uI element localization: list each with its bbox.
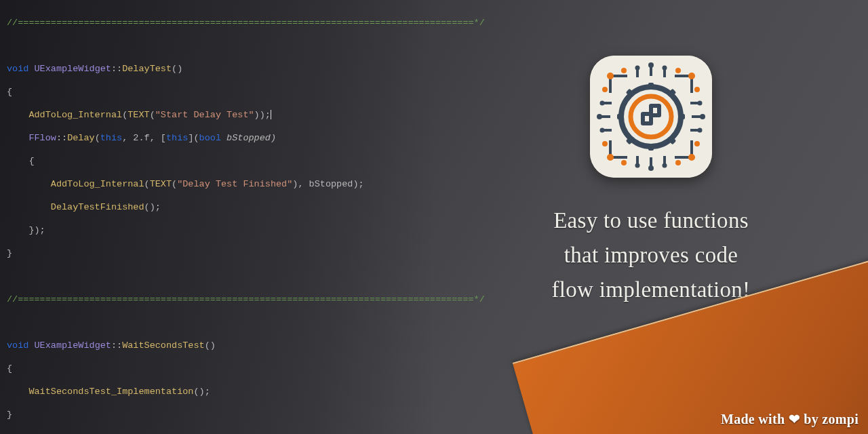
code-blank [7, 40, 427, 52]
credit-text: Made with ❤ by zompi [721, 411, 859, 427]
svg-point-8 [675, 160, 681, 165]
code-line: WaitSecondsTest_Implementation(); [7, 386, 427, 397]
svg-point-10 [694, 87, 700, 92]
svg-point-4 [688, 154, 695, 161]
svg-point-13 [648, 62, 654, 68]
code-line: void UExampleWidget::WaitSecondsTest() [7, 340, 427, 351]
logo-graphic [590, 56, 712, 178]
code-line: }); [7, 224, 427, 236]
svg-point-19 [597, 114, 602, 119]
code-line: } [7, 248, 427, 259]
tagline: Easy to use functions that improves code… [552, 203, 751, 307]
svg-point-9 [602, 87, 608, 92]
text-cursor [271, 110, 271, 119]
svg-point-1 [607, 73, 614, 79]
svg-rect-27 [648, 144, 654, 151]
svg-point-12 [694, 141, 700, 146]
svg-point-16 [648, 165, 654, 171]
heart-icon: ❤ [789, 412, 800, 427]
svg-rect-29 [678, 114, 685, 119]
code-line: AddToLog_Internal(TEXT("Delay Test Finis… [7, 178, 427, 190]
svg-point-22 [700, 114, 705, 119]
svg-rect-26 [648, 83, 654, 90]
svg-point-5 [621, 68, 627, 73]
code-blank [7, 271, 427, 282]
code-line: } [7, 409, 427, 420]
svg-point-15 [663, 66, 667, 71]
product-logo [590, 56, 712, 178]
code-line: DelayTestFinished(); [7, 201, 427, 213]
svg-rect-28 [617, 114, 624, 119]
svg-point-7 [621, 160, 627, 165]
code-line: { [7, 155, 427, 167]
svg-point-21 [600, 128, 605, 133]
code-separator: //======================================… [7, 17, 427, 28]
svg-point-24 [698, 128, 703, 133]
svg-point-11 [602, 141, 608, 146]
code-separator: //======================================… [7, 294, 427, 305]
svg-point-2 [688, 73, 695, 79]
code-sample: //======================================… [0, 0, 434, 434]
svg-point-20 [600, 101, 605, 106]
code-line: AddToLog_Internal(TEXT("Start Delay Test… [7, 109, 427, 121]
svg-point-17 [635, 163, 640, 168]
tagline-line-2: that improves code [552, 238, 751, 273]
code-line: FFlow::Delay(this, 2.f, [this](bool bSto… [7, 132, 427, 144]
code-line: { [7, 86, 427, 98]
svg-point-23 [698, 101, 703, 106]
svg-point-3 [607, 154, 614, 161]
svg-point-18 [663, 163, 667, 168]
credit-suffix: by zompi [800, 412, 859, 427]
svg-point-6 [675, 68, 681, 73]
svg-point-14 [635, 66, 640, 71]
tagline-line-1: Easy to use functions [552, 203, 751, 238]
credit-prefix: Made with [721, 412, 789, 427]
code-line: { [7, 363, 427, 374]
code-line: void UExampleWidget::DelayTest() [7, 63, 427, 75]
code-blank [7, 317, 427, 328]
